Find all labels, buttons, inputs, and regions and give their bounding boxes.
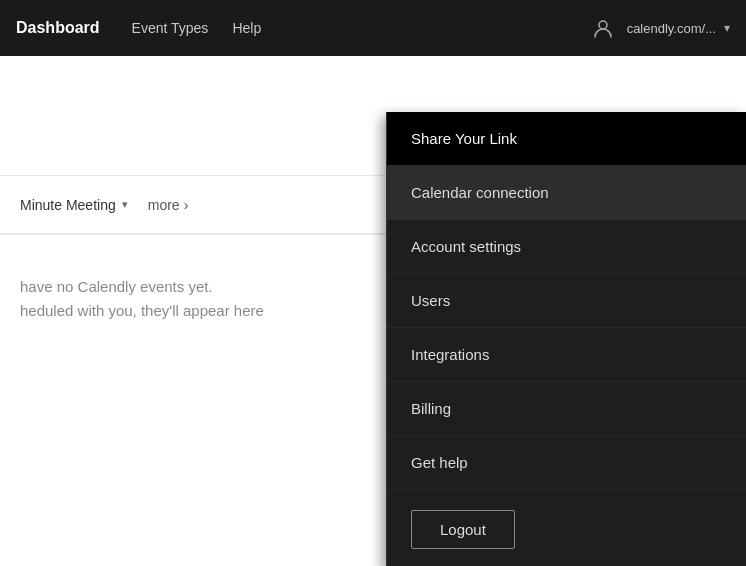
user-dropdown-menu: Share Your Link Calendar connection Acco… — [386, 112, 746, 566]
nav-user-area[interactable]: calendly.com/... ▾ — [587, 12, 730, 44]
dropdown-item-share-link[interactable]: Share Your Link — [387, 112, 746, 166]
logout-button[interactable]: Logout — [411, 510, 515, 549]
dropdown-item-calendar-connection[interactable]: Calendar connection — [387, 166, 746, 220]
nav-chevron-down-icon: ▾ — [724, 21, 730, 35]
user-profile-icon — [587, 12, 619, 44]
nav-link-help[interactable]: Help — [232, 20, 261, 36]
nav-user-url: calendly.com/... — [627, 21, 716, 36]
more-chevron-icon: › — [184, 197, 189, 213]
meeting-tab-chevron-icon: ▾ — [122, 198, 128, 211]
nav-logo[interactable]: Dashboard — [16, 19, 100, 37]
dropdown-item-get-help[interactable]: Get help — [387, 436, 746, 490]
minute-meeting-tab[interactable]: Minute Meeting ▾ — [20, 197, 128, 213]
dropdown-logout-section: Logout — [387, 490, 746, 566]
more-label: more — [148, 197, 180, 213]
dropdown-item-users[interactable]: Users — [387, 274, 746, 328]
nav-link-event-types[interactable]: Event Types — [132, 20, 209, 36]
minute-meeting-label: Minute Meeting — [20, 197, 116, 213]
more-link[interactable]: more › — [148, 197, 189, 213]
dropdown-item-billing[interactable]: Billing — [387, 382, 746, 436]
nav-links: Event Types Help — [132, 20, 587, 36]
top-nav: Dashboard Event Types Help calendly.com/… — [0, 0, 746, 56]
dropdown-item-integrations[interactable]: Integrations — [387, 328, 746, 382]
main-content: Minute Meeting ▾ more › have no Calendly… — [0, 56, 746, 566]
dropdown-item-account-settings[interactable]: Account settings — [387, 220, 746, 274]
svg-point-0 — [599, 21, 607, 29]
